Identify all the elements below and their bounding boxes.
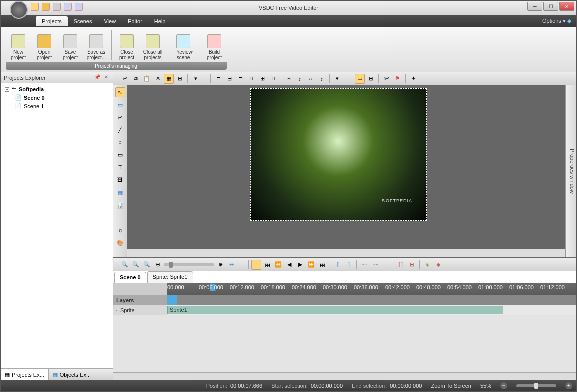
- qat-save-icon[interactable]: [53, 3, 61, 11]
- pin-icon[interactable]: 📌: [94, 74, 101, 81]
- video-preview[interactable]: SOFTPEDIA: [250, 88, 427, 221]
- cut-button[interactable]: ✂: [120, 74, 130, 84]
- close-button[interactable]: ✕: [559, 2, 574, 11]
- distribute-v-button[interactable]: ↕: [295, 74, 305, 84]
- copy-button[interactable]: ⧉: [131, 74, 141, 84]
- frame-back-button[interactable]: ◀: [284, 260, 294, 270]
- play-button[interactable]: ▶: [251, 260, 261, 270]
- menu-editor[interactable]: Editor: [122, 16, 148, 26]
- canvas-area[interactable]: SOFTPEDIA: [127, 85, 565, 257]
- snap-button[interactable]: ⊞: [175, 74, 185, 84]
- tree-scene-0[interactable]: 📄 Scene 0: [3, 93, 111, 102]
- zoom-out-button[interactable]: 🔍: [131, 260, 141, 270]
- selection-mode-button[interactable]: ▭: [355, 74, 365, 84]
- distribute-h-button[interactable]: ⇿: [284, 74, 294, 84]
- tree-root[interactable]: − 🗀 Softpedia: [3, 85, 111, 93]
- tree-scene-1[interactable]: 📄 Scene 1: [3, 102, 111, 110]
- image-tool[interactable]: 🖼: [115, 175, 125, 185]
- dropdown-button[interactable]: ▾: [190, 74, 201, 84]
- zoom-fit-button[interactable]: 🔍: [142, 260, 152, 270]
- panel-close-icon[interactable]: ✕: [103, 74, 110, 81]
- same-height-button[interactable]: ↕: [317, 74, 327, 84]
- status-zoom-mode[interactable]: Zoom To Screen: [431, 383, 471, 389]
- qat-redo-icon[interactable]: [75, 3, 83, 11]
- text-tool[interactable]: T: [115, 162, 125, 172]
- close-all-button[interactable]: Close all projects: [140, 30, 165, 61]
- link-right-button[interactable]: ⤻: [370, 260, 380, 270]
- preview-scene-button[interactable]: Preview scene: [171, 30, 196, 61]
- minimize-button[interactable]: ─: [527, 2, 542, 11]
- tree-collapse-icon[interactable]: −: [5, 87, 9, 92]
- qat-new-icon[interactable]: [31, 3, 39, 11]
- effect1-button[interactable]: ◈: [422, 260, 432, 270]
- app-logo-icon[interactable]: [10, 1, 28, 19]
- video-tool[interactable]: ▦: [115, 187, 125, 198]
- qat-undo-icon[interactable]: [64, 3, 72, 11]
- frame-fwd-button[interactable]: ▶: [295, 260, 305, 270]
- align-left-button[interactable]: ⊏: [213, 74, 223, 84]
- options-button[interactable]: Options ▾ ◆: [542, 18, 571, 24]
- fit-width-button[interactable]: ⇿: [226, 260, 236, 270]
- same-width-button[interactable]: ↔: [306, 74, 316, 84]
- timeline-tab-scene[interactable]: Scene 0: [114, 272, 146, 283]
- crop-tool-button[interactable]: ✂: [381, 74, 392, 84]
- delete-button[interactable]: ✕: [153, 74, 163, 84]
- chart-tool[interactable]: 📊: [115, 200, 125, 210]
- effects-button[interactable]: ✦: [408, 74, 418, 84]
- zoom-thumb[interactable]: [534, 383, 538, 389]
- go-start-button[interactable]: ⏮: [262, 260, 272, 270]
- zoom-out-status-button[interactable]: −: [500, 382, 507, 389]
- mark-out-button[interactable]: ⟧: [344, 260, 354, 270]
- timeline-zoom-slider[interactable]: [164, 263, 214, 266]
- cursor-tool[interactable]: ↖: [115, 87, 125, 97]
- open-project-button[interactable]: Open project: [32, 30, 57, 61]
- qat-open-icon[interactable]: [42, 3, 50, 11]
- timeline-empty-area[interactable]: [113, 315, 576, 372]
- ellipse-tool[interactable]: ○: [115, 137, 125, 147]
- zoom-in-status-button[interactable]: +: [565, 382, 572, 389]
- rect-select-tool[interactable]: ▭: [115, 100, 125, 110]
- trim-button[interactable]: ⊟: [407, 260, 417, 270]
- go-end-button[interactable]: ⏭: [317, 260, 327, 270]
- mark-in-button[interactable]: ⟦: [333, 260, 343, 270]
- effect2-button[interactable]: ◆: [433, 260, 443, 270]
- objects-explorer-tab[interactable]: ▦Objects Ex...: [49, 369, 95, 380]
- menu-view[interactable]: View: [98, 16, 122, 26]
- timeline-ruler[interactable]: 00.00000:06.00000:12.00000:18.00000:24.0…: [113, 283, 576, 295]
- grid-toggle-button[interactable]: ▦: [164, 74, 174, 84]
- crop-tool[interactable]: ✂: [115, 112, 125, 122]
- align-right-button[interactable]: ⊐: [235, 74, 245, 84]
- zoom-plus-button[interactable]: ⊕: [215, 260, 225, 270]
- timeline-h-scrollbar[interactable]: [113, 372, 576, 380]
- align-bottom-button[interactable]: ⊔: [268, 74, 278, 84]
- align-top-button[interactable]: ⊓: [246, 74, 256, 84]
- align-center-h-button[interactable]: ⊟: [224, 74, 234, 84]
- maximize-button[interactable]: ☐: [543, 2, 558, 11]
- paste-button[interactable]: 📋: [142, 74, 152, 84]
- playhead-line[interactable]: [213, 315, 213, 372]
- zoom-minus-button[interactable]: ⊖: [153, 260, 163, 270]
- ffwd-button[interactable]: ⏩: [306, 260, 316, 270]
- timeline-clip[interactable]: Sprite1: [167, 306, 503, 314]
- new-project-button[interactable]: New project: [6, 30, 31, 61]
- menu-projects[interactable]: Projects: [36, 16, 68, 26]
- snap-grid-button[interactable]: ⊞: [366, 74, 376, 84]
- line-tool[interactable]: ╱: [115, 125, 125, 135]
- timeline-tab-sprite[interactable]: Sprite: Sprite1: [147, 271, 194, 283]
- link-left-button[interactable]: ⤺: [359, 260, 369, 270]
- projects-explorer-tab[interactable]: ▦Projects Ex...: [1, 369, 49, 380]
- audio-tool[interactable]: ♫: [115, 225, 125, 235]
- layer-range-marker[interactable]: [167, 295, 177, 305]
- dropdown2-button[interactable]: ▾: [332, 74, 342, 84]
- sprite-layer-row[interactable]: ▫Sprite Sprite1: [113, 305, 576, 315]
- align-middle-button[interactable]: ⊞: [257, 74, 267, 84]
- rewind-button[interactable]: ⏪: [273, 260, 283, 270]
- split-button[interactable]: ⟦⟧: [396, 260, 406, 270]
- zoom-slider[interactable]: [516, 384, 556, 387]
- marker-button[interactable]: ⚑: [393, 74, 403, 84]
- subtitle-tool[interactable]: ≡: [115, 213, 125, 223]
- layer-head[interactable]: ▫Sprite: [113, 305, 167, 315]
- save-as-button[interactable]: Save as project...: [84, 30, 109, 61]
- save-project-button[interactable]: Save project: [58, 30, 83, 61]
- rect-tool[interactable]: ▭: [115, 150, 125, 160]
